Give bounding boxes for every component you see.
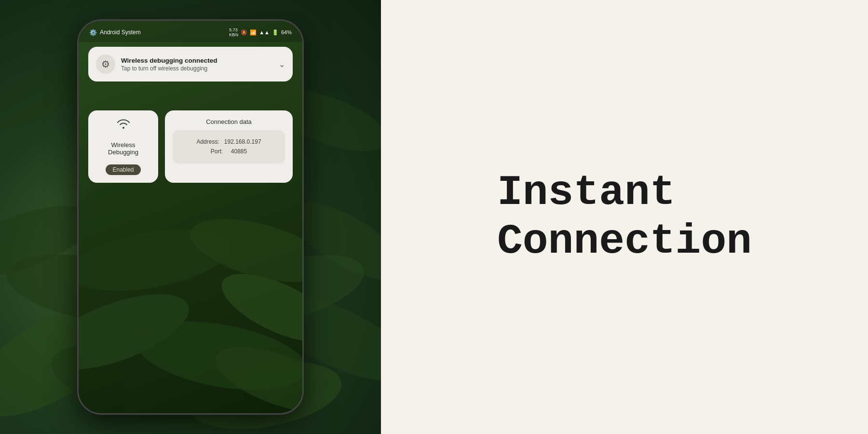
status-left: ⚙️ Android System — [89, 29, 141, 36]
right-panel: Instant Connection — [381, 0, 868, 434]
notification-card[interactable]: ⚙ Wireless debugging connected Tap to tu… — [88, 47, 293, 81]
address-row: Address: 192.168.0.197 — [181, 137, 276, 147]
phone-screen: ⚙️ Android System 5.73KB/s 🔕 📶 ▲▲ 🔋 64% — [79, 21, 302, 413]
connection-data-tile: Connection data Address: 192.168.0.197 P… — [165, 110, 293, 183]
headline-line1: Instant — [497, 168, 752, 217]
notification-text: Wireless debugging connected Tap to turn… — [121, 57, 273, 72]
speed-indicator: 5.73KB/s — [229, 27, 238, 37]
status-right: 5.73KB/s 🔕 📶 ▲▲ 🔋 64% — [229, 27, 292, 37]
address-value: 192.168.0.197 — [224, 138, 261, 145]
phone-device: ⚙️ Android System 5.73KB/s 🔕 📶 ▲▲ 🔋 64% — [77, 19, 304, 415]
mute-icon: 🔕 — [241, 29, 247, 36]
signal-icon: ▲▲ — [259, 29, 270, 35]
address-label: Address: — [196, 138, 219, 145]
status-bar: ⚙️ Android System 5.73KB/s 🔕 📶 ▲▲ 🔋 64% — [79, 21, 302, 42]
connection-data-box: Address: 192.168.0.197 Port: 40885 — [173, 130, 285, 163]
notification-subtitle: Tap to turn off wireless debugging — [121, 65, 273, 72]
port-row: Port: 40885 — [181, 147, 276, 156]
quick-tiles-row: Wireless Debugging Enabled Connection da… — [88, 110, 293, 183]
chevron-down-icon[interactable]: ⌄ — [279, 60, 285, 69]
gear-notif-icon: ⚙ — [101, 58, 110, 70]
wireless-debugging-tile[interactable]: Wireless Debugging Enabled — [88, 110, 158, 183]
connection-data-title: Connection data — [206, 118, 252, 125]
wireless-debugging-label: Wireless Debugging — [108, 141, 138, 156]
gear-icon: ⚙️ — [89, 29, 97, 36]
headline-line2: Connection — [497, 217, 752, 266]
notification-title: Wireless debugging connected — [121, 57, 273, 64]
notification-icon: ⚙ — [96, 54, 115, 74]
port-label: Port: — [211, 148, 223, 155]
enabled-badge[interactable]: Enabled — [106, 164, 140, 175]
wifi-status-icon: 📶 — [250, 29, 257, 36]
android-system-label: Android System — [100, 29, 141, 36]
battery-percent: 64% — [281, 29, 292, 35]
left-panel: ⚙️ Android System 5.73KB/s 🔕 📶 ▲▲ 🔋 64% — [0, 0, 381, 434]
battery-icon: 🔋 — [272, 29, 279, 36]
wifi-icon — [116, 118, 131, 133]
headline: Instant Connection — [497, 168, 752, 266]
port-value: 40885 — [231, 148, 247, 155]
